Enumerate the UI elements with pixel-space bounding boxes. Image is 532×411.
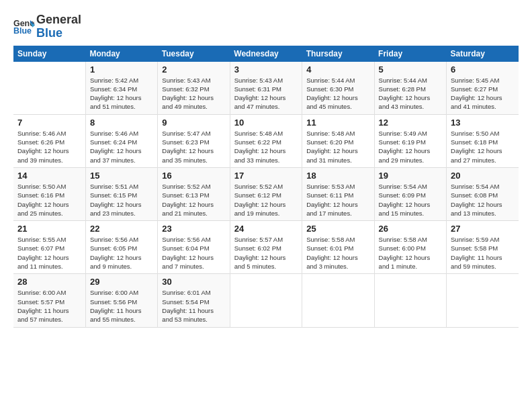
day-cell: 14Sunrise: 5:50 AMSunset: 6:16 PMDayligh…	[13, 167, 85, 220]
day-detail: Sunrise: 5:50 AMSunset: 6:16 PMDaylight:…	[17, 182, 81, 218]
logo-text-blue: Blue	[36, 27, 81, 40]
day-number: 15	[90, 171, 153, 181]
day-cell	[13, 62, 85, 115]
day-number: 7	[17, 118, 81, 128]
day-cell: 22Sunrise: 5:56 AMSunset: 6:05 PMDayligh…	[85, 221, 157, 274]
day-detail: Sunrise: 5:52 AMSunset: 6:13 PMDaylight:…	[162, 182, 225, 218]
day-cell: 2Sunrise: 5:43 AMSunset: 6:32 PMDaylight…	[158, 62, 230, 115]
day-detail: Sunrise: 6:00 AMSunset: 5:56 PMDaylight:…	[90, 288, 153, 324]
day-cell	[447, 274, 519, 327]
day-number: 14	[17, 171, 81, 181]
day-number: 26	[379, 224, 442, 234]
day-number: 19	[379, 171, 442, 181]
col-header-saturday: Saturday	[447, 46, 519, 62]
day-detail: Sunrise: 5:51 AMSunset: 6:15 PMDaylight:…	[90, 182, 153, 218]
day-cell: 18Sunrise: 5:53 AMSunset: 6:11 PMDayligh…	[302, 167, 374, 220]
day-cell: 24Sunrise: 5:57 AMSunset: 6:02 PMDayligh…	[230, 221, 302, 274]
day-cell: 12Sunrise: 5:49 AMSunset: 6:19 PMDayligh…	[374, 114, 446, 167]
logo-text-general: General	[36, 13, 81, 27]
calendar-table: SundayMondayTuesdayWednesdayThursdayFrid…	[13, 46, 519, 328]
day-number: 29	[90, 277, 153, 287]
day-cell: 28Sunrise: 6:00 AMSunset: 5:57 PMDayligh…	[13, 274, 85, 327]
day-cell: 25Sunrise: 5:58 AMSunset: 6:01 PMDayligh…	[302, 221, 374, 274]
day-detail: Sunrise: 5:52 AMSunset: 6:12 PMDaylight:…	[234, 182, 298, 218]
week-row-5: 28Sunrise: 6:00 AMSunset: 5:57 PMDayligh…	[13, 274, 519, 327]
day-cell	[230, 274, 302, 327]
day-detail: Sunrise: 5:55 AMSunset: 6:07 PMDaylight:…	[17, 235, 81, 271]
day-cell	[302, 274, 374, 327]
logo-icon: General Blue	[13, 15, 35, 37]
day-detail: Sunrise: 5:59 AMSunset: 5:58 PMDaylight:…	[451, 235, 515, 271]
day-number: 8	[90, 118, 153, 128]
day-cell: 1Sunrise: 5:42 AMSunset: 6:34 PMDaylight…	[85, 62, 157, 115]
day-cell: 4Sunrise: 5:44 AMSunset: 6:30 PMDaylight…	[302, 62, 374, 115]
day-number: 17	[234, 171, 298, 181]
day-cell: 20Sunrise: 5:54 AMSunset: 6:08 PMDayligh…	[447, 167, 519, 220]
day-number: 18	[306, 171, 369, 181]
day-cell: 8Sunrise: 5:46 AMSunset: 6:24 PMDaylight…	[85, 114, 157, 167]
day-cell: 11Sunrise: 5:48 AMSunset: 6:20 PMDayligh…	[302, 114, 374, 167]
col-header-thursday: Thursday	[302, 46, 374, 62]
svg-text:Blue: Blue	[13, 26, 32, 35]
day-cell: 9Sunrise: 5:47 AMSunset: 6:23 PMDaylight…	[158, 114, 230, 167]
day-number: 2	[162, 64, 225, 75]
day-detail: Sunrise: 5:48 AMSunset: 6:22 PMDaylight:…	[234, 129, 298, 165]
day-cell: 6Sunrise: 5:45 AMSunset: 6:27 PMDaylight…	[447, 62, 519, 115]
day-number: 1	[90, 64, 153, 75]
week-row-2: 7Sunrise: 5:46 AMSunset: 6:26 PMDaylight…	[13, 114, 519, 167]
day-number: 5	[379, 64, 442, 75]
day-number: 12	[379, 118, 442, 128]
day-number: 25	[306, 224, 369, 234]
day-cell	[374, 274, 446, 327]
day-number: 13	[451, 118, 515, 128]
day-cell: 16Sunrise: 5:52 AMSunset: 6:13 PMDayligh…	[158, 167, 230, 220]
day-detail: Sunrise: 6:01 AMSunset: 5:54 PMDaylight:…	[162, 288, 225, 324]
day-cell: 7Sunrise: 5:46 AMSunset: 6:26 PMDaylight…	[13, 114, 85, 167]
day-detail: Sunrise: 5:57 AMSunset: 6:02 PMDaylight:…	[234, 235, 298, 271]
day-number: 30	[162, 277, 225, 287]
day-detail: Sunrise: 5:43 AMSunset: 6:31 PMDaylight:…	[234, 76, 298, 111]
day-cell: 17Sunrise: 5:52 AMSunset: 6:12 PMDayligh…	[230, 167, 302, 220]
day-cell: 21Sunrise: 5:55 AMSunset: 6:07 PMDayligh…	[13, 221, 85, 274]
day-cell: 30Sunrise: 6:01 AMSunset: 5:54 PMDayligh…	[158, 274, 230, 327]
day-number: 4	[306, 64, 369, 75]
week-row-4: 21Sunrise: 5:55 AMSunset: 6:07 PMDayligh…	[13, 221, 519, 274]
day-number: 16	[162, 171, 225, 181]
day-cell: 13Sunrise: 5:50 AMSunset: 6:18 PMDayligh…	[447, 114, 519, 167]
day-cell: 29Sunrise: 6:00 AMSunset: 5:56 PMDayligh…	[85, 274, 157, 327]
day-number: 23	[162, 224, 225, 234]
day-detail: Sunrise: 5:47 AMSunset: 6:23 PMDaylight:…	[162, 129, 225, 165]
day-detail: Sunrise: 6:00 AMSunset: 5:57 PMDaylight:…	[17, 288, 81, 324]
col-header-friday: Friday	[374, 46, 446, 62]
day-cell: 5Sunrise: 5:44 AMSunset: 6:28 PMDaylight…	[374, 62, 446, 115]
col-header-tuesday: Tuesday	[158, 46, 230, 62]
day-cell: 15Sunrise: 5:51 AMSunset: 6:15 PMDayligh…	[85, 167, 157, 220]
day-cell: 19Sunrise: 5:54 AMSunset: 6:09 PMDayligh…	[374, 167, 446, 220]
day-detail: Sunrise: 5:42 AMSunset: 6:34 PMDaylight:…	[90, 76, 153, 111]
col-header-sunday: Sunday	[13, 46, 85, 62]
day-detail: Sunrise: 5:56 AMSunset: 6:05 PMDaylight:…	[90, 235, 153, 271]
day-detail: Sunrise: 5:58 AMSunset: 6:00 PMDaylight:…	[379, 235, 442, 271]
day-number: 27	[451, 224, 515, 234]
header: General Blue General Blue	[13, 12, 519, 40]
day-number: 11	[306, 118, 369, 128]
day-detail: Sunrise: 5:48 AMSunset: 6:20 PMDaylight:…	[306, 129, 369, 165]
day-cell: 27Sunrise: 5:59 AMSunset: 5:58 PMDayligh…	[447, 221, 519, 274]
day-detail: Sunrise: 5:54 AMSunset: 6:08 PMDaylight:…	[451, 182, 515, 218]
week-row-3: 14Sunrise: 5:50 AMSunset: 6:16 PMDayligh…	[13, 167, 519, 220]
day-detail: Sunrise: 5:56 AMSunset: 6:04 PMDaylight:…	[162, 235, 225, 271]
day-number: 21	[17, 224, 81, 234]
day-detail: Sunrise: 5:49 AMSunset: 6:19 PMDaylight:…	[379, 129, 442, 165]
day-cell: 26Sunrise: 5:58 AMSunset: 6:00 PMDayligh…	[374, 221, 446, 274]
day-number: 20	[451, 171, 515, 181]
header-row: SundayMondayTuesdayWednesdayThursdayFrid…	[13, 46, 519, 62]
day-detail: Sunrise: 5:53 AMSunset: 6:11 PMDaylight:…	[306, 182, 369, 218]
logo: General Blue General Blue	[13, 12, 81, 40]
day-detail: Sunrise: 5:44 AMSunset: 6:30 PMDaylight:…	[306, 76, 369, 111]
day-detail: Sunrise: 5:54 AMSunset: 6:09 PMDaylight:…	[379, 182, 442, 218]
col-header-wednesday: Wednesday	[230, 46, 302, 62]
day-cell: 23Sunrise: 5:56 AMSunset: 6:04 PMDayligh…	[158, 221, 230, 274]
day-number: 3	[234, 64, 298, 75]
day-detail: Sunrise: 5:45 AMSunset: 6:27 PMDaylight:…	[451, 76, 515, 111]
day-detail: Sunrise: 5:44 AMSunset: 6:28 PMDaylight:…	[379, 76, 442, 111]
